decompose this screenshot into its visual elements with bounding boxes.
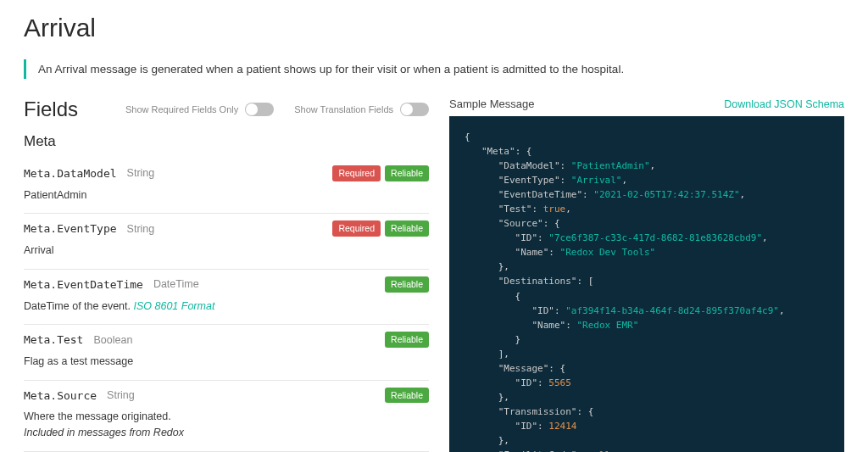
field-type: Boolean [93, 334, 132, 346]
required-toggle-label: Show Required Fields Only [125, 104, 238, 114]
translation-fields-toggle-group: Show Translation Fields [294, 103, 429, 116]
reliable-badge: Reliable [385, 165, 429, 181]
field-name: Meta.Source [24, 389, 97, 402]
field-name: Meta.EventType [24, 222, 117, 235]
field-description: DateTime of the event. ISO 8601 Format [24, 299, 429, 315]
field-row: Meta.EventType String Required Reliable … [24, 214, 429, 269]
field-row: Meta.DataModel String Required Reliable … [24, 159, 429, 214]
field-name: Meta.EventDateTime [24, 278, 143, 291]
intro-callout: An Arrival message is generated when a p… [24, 59, 844, 79]
field-type: String [107, 389, 135, 401]
required-fields-toggle[interactable] [245, 103, 274, 116]
iso8601-link[interactable]: ISO 8601 Format [133, 300, 214, 312]
required-badge: Required [332, 220, 381, 237]
field-type: String [127, 167, 155, 179]
required-fields-toggle-group: Show Required Fields Only [125, 103, 274, 116]
reliable-badge: Reliable [385, 388, 429, 404]
sample-json-code: { "Meta": { "DataModel": "PatientAdmin",… [449, 116, 844, 452]
reliable-badge: Reliable [385, 332, 429, 348]
section-heading-meta: Meta [24, 133, 429, 150]
field-row: Meta.EventDateTime DateTime Reliable Dat… [24, 270, 429, 325]
download-json-schema-link[interactable]: Download JSON Schema [724, 98, 844, 110]
page-title: Arrival [24, 14, 844, 42]
field-name: Meta.DataModel [24, 167, 117, 180]
field-description: Arrival [24, 243, 429, 259]
required-badge: Required [332, 165, 381, 181]
field-type: DateTime [153, 278, 199, 290]
field-row: Meta.Test Boolean Reliable Flag as a tes… [24, 325, 429, 380]
field-row: Meta.Source String Reliable Where the me… [24, 381, 429, 452]
translation-toggle-label: Show Translation Fields [294, 104, 393, 114]
reliable-badge: Reliable [385, 276, 429, 293]
translation-fields-toggle[interactable] [400, 103, 429, 116]
field-name: Meta.Test [24, 333, 83, 346]
field-description: Where the message originated. Included i… [24, 409, 429, 441]
field-description: Flag as a test message [24, 354, 429, 370]
reliable-badge: Reliable [385, 220, 429, 237]
fields-heading: Fields [24, 98, 78, 121]
field-description: PatientAdmin [24, 187, 429, 204]
field-type: String [127, 223, 155, 235]
sample-message-heading: Sample Message [449, 98, 534, 110]
